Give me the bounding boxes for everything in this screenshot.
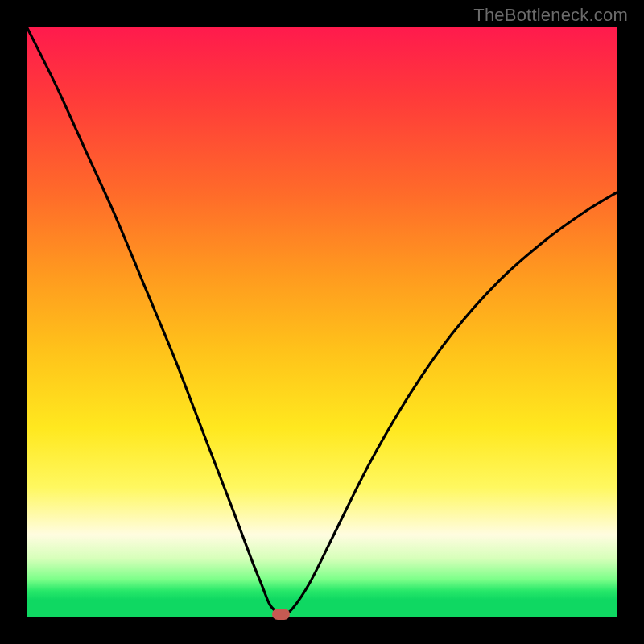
plot-area bbox=[27, 27, 617, 617]
optimum-marker bbox=[272, 609, 290, 620]
bottleneck-curve bbox=[27, 27, 617, 614]
curve-svg bbox=[27, 27, 617, 617]
watermark-text: TheBottleneck.com bbox=[473, 5, 628, 26]
chart-frame: TheBottleneck.com bbox=[0, 0, 644, 644]
